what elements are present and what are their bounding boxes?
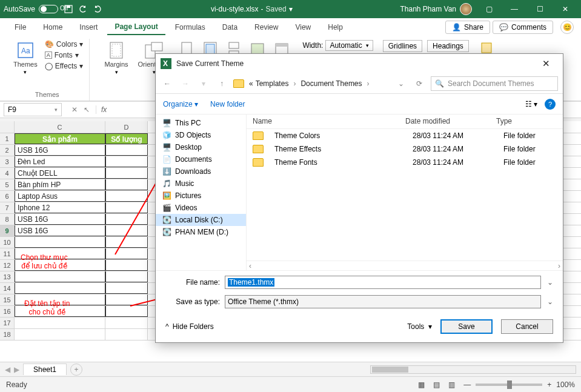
chevron-down-icon[interactable]: ⌄ [398, 79, 404, 88]
tab-nav-next-icon[interactable]: ▶ [14, 365, 19, 374]
svg-text:X: X [163, 59, 168, 68]
sheet-tab[interactable]: Sheet1 [23, 364, 67, 375]
folder-tree[interactable]: 🖥️This PC 🧊3D Objects 🖥️Desktop 📄Documen… [156, 115, 247, 270]
palette-icon: 🎨 [45, 40, 54, 48]
nav-up-icon[interactable]: ↑ [215, 77, 228, 90]
refresh-icon[interactable]: ⟳ [413, 77, 426, 90]
col-header[interactable]: C [15, 121, 105, 133]
gridlines-button[interactable]: Gridlines [383, 40, 422, 52]
tab-formulas[interactable]: Formulas [168, 20, 213, 35]
music-icon: 🎵 [162, 179, 171, 188]
share-button[interactable]: 👤Share [445, 21, 490, 34]
headings-button[interactable]: Headings [427, 40, 469, 52]
tab-file[interactable]: File [7, 20, 33, 35]
tab-nav-prev-icon[interactable]: ◀ [5, 365, 10, 374]
tree-item-selected: 💽Local Disk (C:) [156, 214, 246, 226]
name-box[interactable]: F9▾ [4, 103, 62, 116]
svg-rect-16 [482, 43, 491, 53]
list-item[interactable]: Theme Colors28/03 11:24 AMFile folder [247, 129, 563, 142]
save-theme-dialog: X Save Current Theme ✕ ← → ▾ ↑ « Templat… [155, 53, 563, 343]
save-type-select[interactable]: Office Theme (*.thmx) [225, 295, 541, 308]
h-scrollbar[interactable] [370, 365, 576, 374]
tab-view[interactable]: View [288, 20, 318, 35]
new-folder-button[interactable]: New folder [210, 100, 245, 108]
comments-button[interactable]: 💬Comments [493, 21, 553, 34]
fonts-button[interactable]: AFonts ▾ [45, 51, 84, 59]
minimize-icon[interactable]: — [502, 1, 526, 18]
dialog-title: Save Current Theme [176, 59, 244, 68]
help-icon[interactable]: ? [545, 99, 556, 110]
file-list[interactable]: Theme Colors28/03 11:24 AMFile folder Th… [247, 129, 563, 261]
pc-icon: 🖥️ [162, 119, 171, 127]
colors-button[interactable]: 🎨Colors ▾ [45, 40, 84, 48]
ribbon-options-icon[interactable]: ▢ [477, 1, 501, 18]
tree-item: 🧊3D Objects [156, 129, 246, 141]
row-header[interactable]: 1 [0, 133, 15, 144]
group-label: Themes [35, 90, 59, 101]
tree-item: 🖥️Desktop [156, 141, 246, 153]
fx-icon[interactable]: fx [96, 105, 111, 114]
nav-fwd-icon[interactable]: → [179, 77, 192, 90]
view-page-icon[interactable]: ▤ [433, 380, 440, 389]
col-header-name[interactable]: Name [247, 115, 402, 128]
doc-title: vi-du-style.xlsx - Saved ▾ [108, 5, 395, 13]
nav-recent-icon[interactable]: ▾ [197, 77, 210, 90]
hide-folders-button[interactable]: ^Hide Folders [165, 322, 214, 331]
view-break-icon[interactable]: ▥ [448, 380, 455, 389]
tab-review[interactable]: Review [247, 20, 285, 35]
sheet-tabs: ◀ ▶ Sheet1 + [0, 362, 581, 376]
width-select[interactable]: Automatic▾ [325, 40, 373, 51]
close-icon[interactable]: ✕ [553, 1, 577, 18]
breadcrumb[interactable]: « Templates› Document Themes› [249, 79, 372, 88]
add-sheet-icon[interactable]: + [70, 364, 82, 376]
tab-insert[interactable]: Insert [72, 20, 105, 35]
col-header-date[interactable]: Date modified [402, 115, 493, 128]
close-icon[interactable]: ✕ [534, 58, 558, 69]
title-bar: AutoSave Off vi-du-style.xlsx - Saved ▾ … [0, 0, 581, 18]
effects-button[interactable]: ◯Effects ▾ [45, 62, 84, 70]
list-item[interactable]: Theme Effects28/03 11:24 AMFile folder [247, 142, 563, 156]
save-button[interactable]: Save [440, 319, 493, 334]
col-header-type[interactable]: Type [493, 115, 563, 128]
zoom-in-icon[interactable]: + [547, 380, 551, 389]
tree-item: ⬇️Downloads [156, 165, 246, 178]
autosave-toggle[interactable]: Off [39, 5, 58, 13]
svg-rect-11 [229, 42, 239, 48]
chevron-down-icon[interactable]: ⌄ [546, 278, 554, 287]
col-header[interactable]: D [105, 121, 148, 133]
effects-icon: ◯ [45, 62, 53, 70]
tab-help[interactable]: Help [320, 20, 350, 35]
chevron-up-icon: ^ [165, 322, 169, 331]
search-input[interactable]: 🔍 Search Document Themes [431, 76, 558, 91]
chevron-down-icon[interactable]: ▾ [289, 5, 293, 13]
file-name-input[interactable]: Theme1.thmx [225, 276, 541, 289]
tab-data[interactable]: Data [215, 20, 245, 35]
chevron-down-icon[interactable]: ⌄ [546, 297, 554, 306]
redo-icon[interactable] [92, 4, 103, 15]
undo-icon[interactable] [78, 4, 88, 15]
cancel-formula-icon[interactable]: ✕ [71, 105, 78, 114]
view-options-icon[interactable]: ☷ ▾ [525, 100, 537, 108]
tab-home[interactable]: Home [36, 20, 70, 35]
margins-button[interactable]: Margins▾ [102, 40, 130, 76]
list-item[interactable]: Theme Fonts28/03 11:24 AMFile folder [247, 156, 563, 169]
save-type-label: Save as type: [164, 297, 220, 306]
view-normal-icon[interactable]: ▦ [418, 380, 425, 389]
tab-page-layout[interactable]: Page Layout [107, 19, 165, 35]
organize-button[interactable]: Organize ▾ [163, 100, 198, 108]
annotation: Đặt tên tập tincho chủ đề [24, 299, 70, 317]
nav-back-icon[interactable]: ← [161, 77, 174, 90]
folder-icon [253, 158, 264, 167]
zoom-out-icon[interactable]: — [463, 380, 471, 389]
folder-icon [233, 79, 244, 88]
folder-icon [253, 145, 264, 153]
file-name-label: File name: [164, 278, 220, 287]
tools-button[interactable]: Tools ▾ [407, 322, 432, 331]
cancel-button[interactable]: Cancel [501, 319, 553, 334]
help-icon[interactable]: 😊 [560, 21, 574, 34]
user-account[interactable]: Thanh Pham Van [400, 3, 472, 15]
zoom-slider[interactable] [476, 384, 542, 386]
themes-button[interactable]: Aa Themes ▾ [11, 40, 40, 76]
maximize-icon[interactable]: ☐ [528, 1, 552, 18]
cube-icon: 🧊 [162, 131, 171, 139]
